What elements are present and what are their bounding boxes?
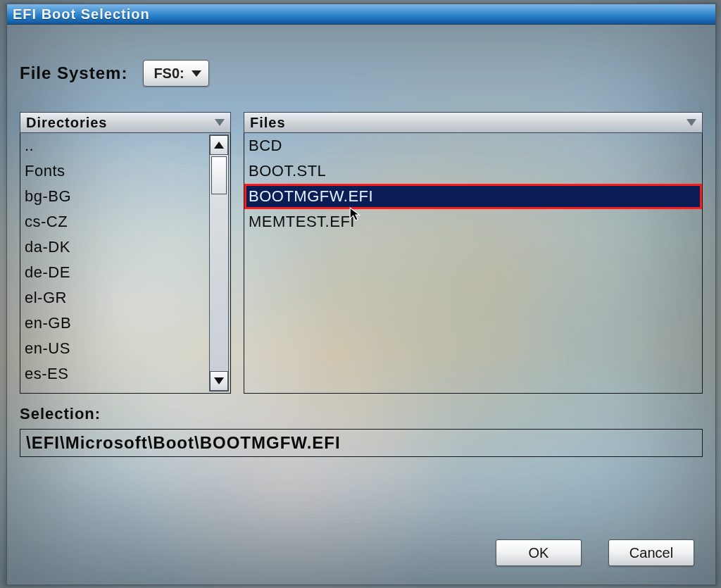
files-pane: Files BCDBOOT.STLBOOTMGFW.EFIMEMTEST.EFI xyxy=(244,112,703,394)
selection-block: Selection: \EFI\Microsoft\Boot\BOOTMGFW.… xyxy=(20,405,703,457)
selection-label: Selection: xyxy=(20,405,703,423)
file-system-row: File System: FS0: xyxy=(20,60,703,87)
dialog-footer: OK Cancel xyxy=(7,528,715,584)
selection-field[interactable]: \EFI\Microsoft\Boot\BOOTMGFW.EFI xyxy=(20,429,703,457)
files-list-inner: BCDBOOT.STLBOOTMGFW.EFIMEMTEST.EFI xyxy=(244,133,702,393)
filter-icon[interactable] xyxy=(215,119,225,126)
chevron-up-icon xyxy=(214,142,224,149)
directory-item[interactable]: en-GB xyxy=(20,311,209,336)
directories-listbox[interactable]: ..Fontsbg-BGcs-CZda-DKde-DEel-GRen-GBen-… xyxy=(20,133,231,394)
file-item[interactable]: BCD xyxy=(244,133,702,158)
panes: Directories ..Fontsbg-BGcs-CZda-DKde-DEe… xyxy=(20,112,703,394)
chevron-down-icon xyxy=(214,377,224,384)
cancel-button[interactable]: Cancel xyxy=(608,539,694,566)
directories-header: Directories xyxy=(20,112,231,133)
scroll-up-button[interactable] xyxy=(210,135,228,155)
directories-pane: Directories ..Fontsbg-BGcs-CZda-DKde-DEe… xyxy=(20,112,231,394)
directory-item[interactable]: .. xyxy=(20,133,209,158)
directory-item[interactable]: da-DK xyxy=(20,234,209,260)
ok-button[interactable]: OK xyxy=(496,539,582,566)
file-item[interactable]: BOOTMGFW.EFI xyxy=(244,184,702,209)
files-header: Files xyxy=(244,112,703,133)
ok-button-label: OK xyxy=(529,545,549,561)
directory-item[interactable]: cs-CZ xyxy=(20,209,209,234)
dialog-body: File System: FS0: Directories ..Fontsbg-… xyxy=(7,25,715,537)
titlebar: EFI Boot Selection xyxy=(7,4,715,25)
directories-header-label: Directories xyxy=(26,115,108,131)
file-item[interactable]: MEMTEST.EFI xyxy=(244,209,702,234)
directory-item[interactable]: Fonts xyxy=(20,158,209,184)
selection-path: \EFI\Microsoft\Boot\BOOTMGFW.EFI xyxy=(26,433,341,453)
file-system-selected-value: FS0: xyxy=(153,65,184,82)
directory-item[interactable]: bg-BG xyxy=(20,184,209,209)
files-header-label: Files xyxy=(250,115,286,131)
directory-item[interactable]: es-ES xyxy=(20,361,209,387)
directories-list-inner: ..Fontsbg-BGcs-CZda-DKde-DEel-GRen-GBen-… xyxy=(20,133,209,393)
files-listbox[interactable]: BCDBOOT.STLBOOTMGFW.EFIMEMTEST.EFI xyxy=(244,133,703,394)
file-system-label: File System: xyxy=(20,63,127,83)
efi-boot-selection-dialog: EFI Boot Selection File System: FS0: Dir… xyxy=(6,4,716,585)
directories-scrollbar[interactable] xyxy=(209,135,229,392)
scroll-down-button[interactable] xyxy=(210,371,228,391)
directory-item[interactable]: de-DE xyxy=(20,260,209,285)
chevron-down-icon xyxy=(192,70,201,77)
window-title: EFI Boot Selection xyxy=(13,6,150,23)
scroll-thumb[interactable] xyxy=(211,156,227,194)
directory-item[interactable]: el-GR xyxy=(20,285,209,311)
cancel-button-label: Cancel xyxy=(629,545,673,561)
filter-icon[interactable] xyxy=(686,119,696,126)
file-item[interactable]: BOOT.STL xyxy=(244,158,702,184)
file-system-select[interactable]: FS0: xyxy=(143,60,208,87)
directory-item[interactable]: en-US xyxy=(20,336,209,361)
